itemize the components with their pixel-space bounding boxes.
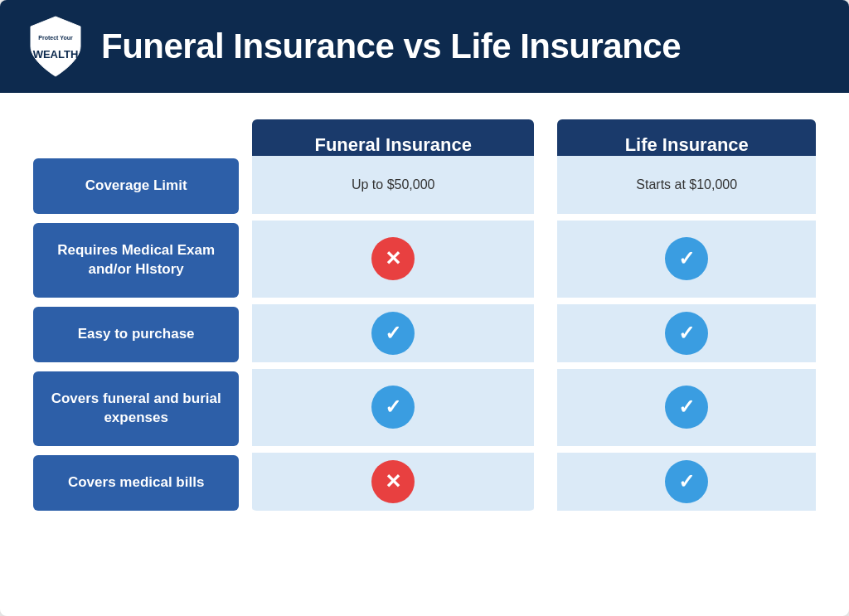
check-icon: ✓ bbox=[665, 460, 708, 503]
life-cell: ✓ bbox=[557, 221, 816, 300]
svg-text:WEALTH: WEALTH bbox=[33, 48, 79, 61]
gap-cell bbox=[534, 369, 557, 449]
check-icon: ✓ bbox=[665, 386, 708, 429]
gap-cell bbox=[534, 119, 557, 156]
row-label: Requires Medical Exam and/or HIstory bbox=[33, 223, 239, 298]
row-label: Covers funeral and burial expenses bbox=[33, 371, 239, 446]
comparison-table: Funeral Insurance Life Insurance Coverag… bbox=[33, 119, 816, 513]
funeral-cell: ✓ bbox=[252, 369, 534, 449]
funeral-cell: ✓ bbox=[252, 304, 534, 365]
table-row: Coverage LimitUp to $50,000Starts at $10… bbox=[33, 156, 816, 216]
funeral-column-header: Funeral Insurance bbox=[252, 119, 534, 156]
gap-cell bbox=[534, 156, 557, 216]
life-cell: ✓ bbox=[557, 304, 816, 365]
life-cell: ✓ bbox=[557, 369, 816, 449]
check-icon: ✓ bbox=[665, 312, 708, 355]
row-label-cell: Requires Medical Exam and/or HIstory bbox=[33, 221, 252, 300]
row-label: Coverage Limit bbox=[33, 158, 239, 214]
check-icon: ✓ bbox=[371, 312, 415, 355]
row-label: Covers medical bills bbox=[33, 455, 239, 511]
life-cell: ✓ bbox=[557, 453, 816, 513]
gap-cell bbox=[534, 221, 557, 300]
cross-icon: ✕ bbox=[371, 237, 415, 280]
funeral-cell: ✕ bbox=[252, 453, 534, 513]
table-row: Requires Medical Exam and/or HIstory✕✓ bbox=[33, 221, 816, 300]
funeral-cell: ✕ bbox=[252, 221, 534, 300]
logo-shield-icon: Protect Your WEALTH bbox=[27, 15, 85, 78]
empty-header-cell bbox=[33, 119, 252, 156]
header: Protect Your WEALTH Funeral Insurance vs… bbox=[0, 0, 849, 93]
svg-text:Protect Your: Protect Your bbox=[38, 35, 73, 41]
row-label: Easy to purchase bbox=[33, 307, 239, 362]
table-row: Easy to purchase✓✓ bbox=[33, 304, 816, 365]
column-header-row: Funeral Insurance Life Insurance bbox=[33, 119, 816, 156]
cell-text: Starts at $10,000 bbox=[636, 177, 737, 192]
gap-cell bbox=[534, 304, 557, 365]
cross-icon: ✕ bbox=[371, 460, 415, 503]
row-label-cell: Coverage Limit bbox=[33, 156, 252, 216]
row-label-cell: Covers funeral and burial expenses bbox=[33, 369, 252, 449]
row-label-cell: Easy to purchase bbox=[33, 304, 252, 365]
life-cell: Starts at $10,000 bbox=[557, 156, 816, 216]
check-icon: ✓ bbox=[371, 386, 415, 429]
check-icon: ✓ bbox=[665, 237, 708, 280]
cell-text: Up to $50,000 bbox=[352, 177, 435, 192]
table-row: Covers medical bills✕✓ bbox=[33, 453, 816, 513]
funeral-cell: Up to $50,000 bbox=[252, 156, 534, 216]
gap-cell bbox=[534, 453, 557, 513]
main-content: Funeral Insurance Life Insurance Coverag… bbox=[0, 93, 849, 543]
main-card: Protect Your WEALTH Funeral Insurance vs… bbox=[0, 0, 849, 616]
life-column-header: Life Insurance bbox=[557, 119, 816, 156]
table-row: Covers funeral and burial expenses✓✓ bbox=[33, 369, 816, 449]
page-title: Funeral Insurance vs Life Insurance bbox=[101, 27, 681, 65]
row-label-cell: Covers medical bills bbox=[33, 453, 252, 513]
